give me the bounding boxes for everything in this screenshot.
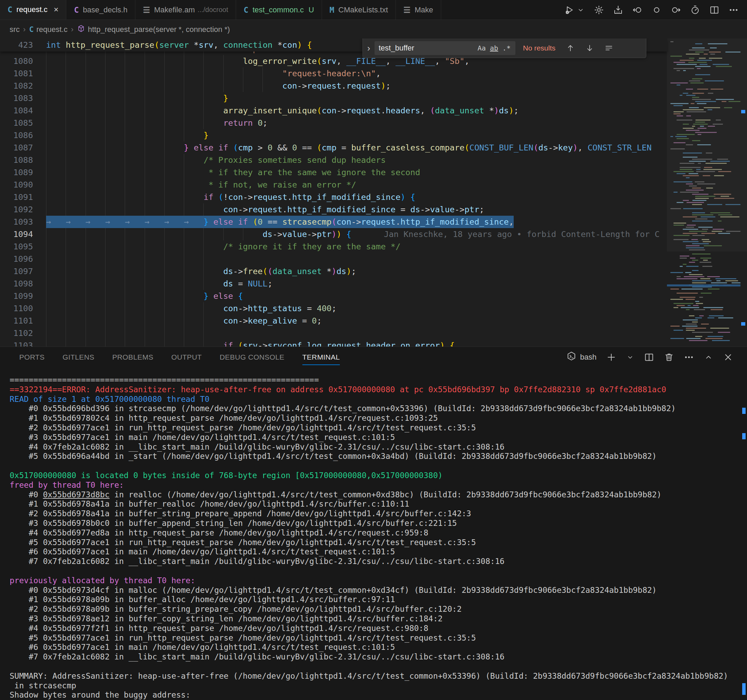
code-line[interactable]: 1090 * if not, we raise an error */ <box>0 179 667 191</box>
find-in-selection-icon[interactable] <box>605 44 613 53</box>
close-icon[interactable]: × <box>54 6 58 14</box>
regex-icon[interactable]: .* <box>500 43 513 53</box>
code-line[interactable]: 1084array_insert_unique(con->request.hea… <box>0 104 667 117</box>
tab-cmakelists-txt[interactable]: MCMakeLists.txt <box>322 0 396 20</box>
add-terminal-icon[interactable] <box>606 352 617 362</box>
find-toggle-replace-icon[interactable]: › <box>363 43 375 54</box>
whole-word-icon[interactable]: ab <box>488 43 500 53</box>
line-number[interactable]: 1103 <box>0 339 33 347</box>
code-line[interactable]: 1096 <box>0 253 667 265</box>
line-number[interactable]: 423 <box>0 38 33 51</box>
code-line[interactable]: 1086} <box>0 129 667 142</box>
line-number[interactable]: 1089 <box>0 166 33 179</box>
debug-run-icon[interactable] <box>564 5 575 15</box>
more-icon[interactable] <box>684 352 694 362</box>
match-case-icon[interactable]: Aa <box>476 43 488 53</box>
terminal-output[interactable]: ========================================… <box>0 367 747 700</box>
line-number[interactable]: 1099 <box>0 290 33 302</box>
code-line[interactable]: 1088/* Proxies sometimes send dup header… <box>0 154 667 166</box>
code-line[interactable]: 1099} else { <box>0 290 667 302</box>
code-line[interactable]: 1095/* ignore it if they are the same */ <box>0 240 667 253</box>
line-number[interactable]: 1082 <box>0 80 33 92</box>
code-line[interactable]: 1085return 0; <box>0 117 667 129</box>
chevron-up-icon[interactable] <box>704 352 713 362</box>
editor-actions <box>556 0 747 20</box>
line-number[interactable]: 1100 <box>0 302 33 315</box>
tab-request-c[interactable]: Crequest.c× <box>0 0 66 20</box>
timer-icon[interactable] <box>690 5 700 15</box>
code-line[interactable]: 1092con->request.http_if_modified_since … <box>0 203 667 216</box>
code-line-text: return 0; <box>46 117 268 129</box>
panel-tab-ports[interactable]: PORTS <box>10 347 54 367</box>
find-next-icon[interactable] <box>585 44 594 53</box>
code-line[interactable]: 1083} <box>0 92 667 104</box>
line-number[interactable]: 1098 <box>0 278 33 290</box>
line-number[interactable]: 1092 <box>0 203 33 216</box>
minimap-slider[interactable] <box>667 38 747 252</box>
trash-icon[interactable] <box>664 352 674 362</box>
line-number[interactable]: 1093 <box>0 216 33 228</box>
nav-forward-icon[interactable] <box>671 5 681 15</box>
panel-tab-debug-console[interactable]: DEBUG CONSOLE <box>211 347 293 367</box>
close-icon[interactable] <box>723 352 733 362</box>
split-terminal-icon[interactable] <box>644 352 654 362</box>
line-number[interactable]: 1084 <box>0 104 33 117</box>
code-line[interactable]: 1097ds->free((data_unset *)ds); <box>0 265 667 278</box>
code-line[interactable]: 1098ds = NULL; <box>0 278 667 290</box>
line-number[interactable]: 1080 <box>0 55 33 67</box>
terminal-line: in strcasecmp <box>10 681 747 691</box>
terminal-profile[interactable]: bash <box>566 351 596 364</box>
code-line[interactable]: 1082con->request.request); <box>0 80 667 92</box>
line-number[interactable]: 1097 <box>0 265 33 278</box>
find-input[interactable] <box>379 44 476 53</box>
chevron-down-icon[interactable] <box>576 6 585 14</box>
code-line[interactable]: 1087} else if (cmp > 0 && 0 == (cmp = bu… <box>0 142 667 154</box>
breadcrumb-item[interactable]: src <box>10 25 20 34</box>
line-number[interactable]: 1087 <box>0 142 33 154</box>
tab-test-common-c[interactable]: Ctest_common.cU <box>236 0 322 20</box>
line-number[interactable]: 1086 <box>0 129 33 142</box>
line-number[interactable]: 1102 <box>0 327 33 339</box>
code-line[interactable]: 1081"request-header:\n", <box>0 67 667 80</box>
terminal-scrollbar[interactable] <box>741 367 746 700</box>
line-number[interactable]: 1095 <box>0 240 33 253</box>
code-line[interactable]: 1100con->http_status = 400; <box>0 302 667 315</box>
panel-tabs: PORTSGITLENSPROBLEMSOUTPUTDEBUG CONSOLET… <box>0 347 349 367</box>
line-number[interactable]: 1090 <box>0 179 33 191</box>
line-number[interactable]: 1096 <box>0 253 33 265</box>
code-line[interactable]: 1091if (!con->request.http_if_modified_s… <box>0 191 667 203</box>
code-editor[interactable]: 1079 "duplicate host1080log_error_write(… <box>0 38 747 347</box>
line-number[interactable]: 1101 <box>0 315 33 327</box>
panel-tab-terminal[interactable]: TERMINAL <box>293 347 349 367</box>
line-number[interactable]: 1094 <box>0 228 33 240</box>
panel-tab-problems[interactable]: PROBLEMS <box>103 347 163 367</box>
tab-make[interactable]: ☰Make <box>396 0 441 20</box>
split-editor-icon[interactable] <box>709 5 720 15</box>
line-number[interactable]: 1085 <box>0 117 33 129</box>
panel-tab-gitlens[interactable]: GITLENS <box>54 347 103 367</box>
code-line[interactable]: 1101con->keep_alive = 0; <box>0 315 667 327</box>
find-previous-icon[interactable] <box>566 44 575 53</box>
tab-makefile-am[interactable]: ☰Makefile.am.../docroot <box>135 0 236 20</box>
line-number[interactable]: 1083 <box>0 92 33 104</box>
nav-circle-icon[interactable] <box>652 5 662 15</box>
line-number[interactable]: 1081 <box>0 67 33 80</box>
code-line[interactable]: 1094ds->value->ptr)) {Jan Kneschke, 18 y… <box>0 228 667 240</box>
breadcrumb-item[interactable]: Crequest.c <box>29 25 68 34</box>
scroll-mark <box>742 408 745 414</box>
more-icon[interactable] <box>729 5 739 15</box>
code-line[interactable]: 1089 * if they are the same we ignore th… <box>0 166 667 179</box>
code-line[interactable]: 1093→→→→→→→→} else if (0 == strcasecmp(c… <box>0 216 667 228</box>
line-number[interactable]: 1091 <box>0 191 33 203</box>
code-line[interactable]: 1103if (srv->srvconf.log_request_header_… <box>0 339 667 347</box>
gear-icon[interactable] <box>594 5 604 15</box>
chevron-down-icon[interactable] <box>626 353 634 361</box>
nav-back-icon[interactable] <box>632 5 643 15</box>
code-line[interactable]: 1102 <box>0 327 667 339</box>
breadcrumb-item[interactable]: http_request_parse(server *, connection … <box>77 24 230 35</box>
install-icon[interactable] <box>613 5 623 15</box>
line-number[interactable]: 1088 <box>0 154 33 166</box>
panel-tab-output[interactable]: OUTPUT <box>163 347 211 367</box>
tab-base-decls-h[interactable]: Cbase_decls.h <box>66 0 135 20</box>
breadcrumb[interactable]: src›Crequest.c›http_request_parse(server… <box>0 20 747 38</box>
